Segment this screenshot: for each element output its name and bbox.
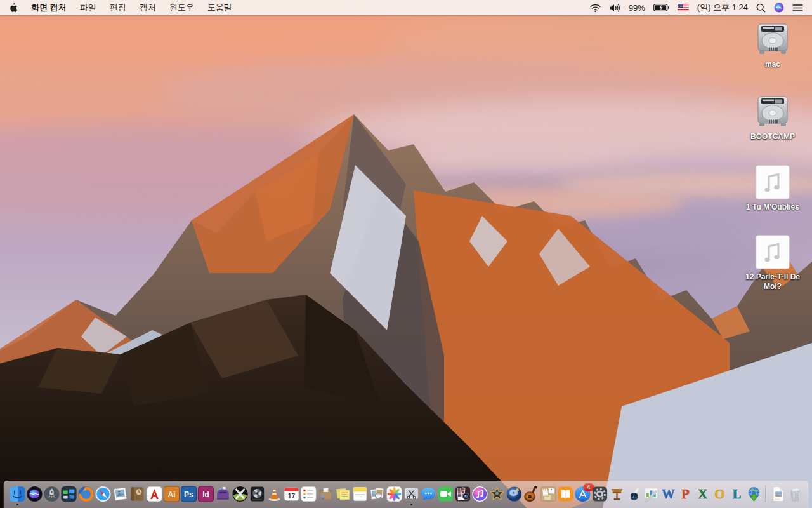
dock-outlook[interactable]: O [711, 486, 728, 502]
dock-image-viewer[interactable] [112, 486, 128, 502]
desktop-icon-label: 1 Tu M'Oublies [746, 203, 799, 212]
menubar: 화면 캡처 파일 편집 캡처 윈도우 도움말 99% (일) 오후 1:24 [0, 0, 812, 15]
excel-logo-text: X [698, 487, 707, 501]
spotlight-icon[interactable] [756, 3, 766, 13]
dock-siri[interactable] [26, 486, 43, 502]
dock-facetime[interactable] [437, 486, 454, 502]
indesign-logo-text: Id [202, 490, 209, 499]
dock-photo-booth[interactable] [454, 486, 471, 502]
audio-file-icon [755, 234, 790, 271]
input-source-flag[interactable] [678, 4, 689, 11]
outlook-logo-text: O [714, 487, 724, 501]
battery-icon[interactable] [653, 4, 669, 11]
dock-firefox[interactable] [77, 486, 94, 502]
dock-numbers[interactable] [643, 486, 659, 502]
battery-percent: 99% [629, 3, 645, 13]
hard-drive-icon [755, 22, 790, 58]
lync-logo-text: L [732, 487, 741, 501]
desktop-icon-label: 12 Parle-T-Il De Moi? [740, 272, 806, 291]
powerpoint-logo-text: P [681, 487, 689, 501]
dock-trash[interactable] [787, 486, 803, 502]
dock-divider [766, 485, 766, 502]
dock: Ai Ps Id 17 [4, 481, 809, 508]
dock-calendar[interactable]: 17 [283, 486, 299, 502]
dock-finder[interactable] [9, 486, 25, 502]
dock-file-image-document[interactable] [769, 486, 786, 502]
menubar-menus: 화면 캡처 파일 편집 캡처 윈도우 도움말 [9, 2, 232, 13]
apple-icon [9, 3, 18, 13]
dock-xee[interactable] [232, 486, 248, 502]
notification-center-icon[interactable] [792, 4, 803, 12]
dock-safari[interactable] [95, 486, 111, 502]
dock-word[interactable]: W [660, 486, 676, 502]
dock-vlc[interactable] [266, 486, 282, 502]
dock-indesign[interactable]: Id [197, 486, 214, 502]
desktop-icon-label: BOOTCAMP [750, 132, 795, 142]
dock-mission-control[interactable] [60, 486, 77, 502]
dock-stuffit-expander[interactable] [317, 486, 334, 502]
dock-photoshop[interactable]: Ps [180, 486, 197, 502]
dock-imovie[interactable] [488, 486, 505, 502]
dock-reminders[interactable] [300, 486, 317, 502]
dock-illustrator[interactable]: Ai [163, 486, 180, 502]
desktop-icon-audio-1[interactable]: 1 Tu M'Oublies [737, 164, 808, 212]
dock-system-preferences[interactable] [591, 486, 608, 502]
siri-icon[interactable] [774, 3, 784, 13]
photoshop-logo-text: Ps [184, 490, 193, 499]
apple-menu[interactable] [9, 3, 18, 13]
dock-disk-tool[interactable] [249, 486, 265, 502]
dock-powerpoint[interactable]: P [677, 486, 693, 502]
hard-drive-icon [755, 94, 790, 131]
dock-launchpad[interactable] [43, 486, 60, 502]
menu-help[interactable]: 도움말 [207, 2, 232, 13]
dock-notes[interactable] [351, 486, 368, 502]
dock-acrobat-reader[interactable] [146, 486, 162, 502]
wallpaper-sierra-mountain [0, 0, 812, 508]
wifi-icon[interactable] [590, 4, 601, 12]
dock-journal[interactable] [129, 486, 145, 502]
menu-capture[interactable]: 캡처 [140, 2, 156, 13]
menu-edit[interactable]: 편집 [110, 2, 126, 13]
dock-app-store[interactable]: 4 [574, 486, 591, 502]
desktop-icon-label: mac [765, 60, 780, 69]
dock-garageband[interactable] [523, 486, 539, 502]
desktop-icon-audio-2[interactable]: 12 Parle-T-Il De Moi? [737, 234, 808, 291]
menu-app-name[interactable]: 화면 캡처 [31, 2, 67, 13]
dock-pages[interactable] [625, 486, 642, 502]
dock-pinboard[interactable] [540, 486, 556, 502]
dock-itunes[interactable] [471, 486, 488, 502]
word-logo-text: W [662, 487, 675, 501]
dock-lync[interactable]: L [728, 486, 745, 502]
dock-downloader[interactable] [745, 486, 762, 502]
volume-icon[interactable] [609, 4, 620, 12]
dock-stickies[interactable] [334, 486, 351, 502]
running-indicator [16, 504, 18, 505]
menubar-status: 99% (일) 오후 1:24 [590, 2, 803, 13]
dock-photos[interactable] [386, 486, 402, 502]
dock-grab[interactable] [403, 486, 419, 502]
desktop-icon-mac[interactable]: mac [737, 22, 808, 69]
desktop-screen: 화면 캡처 파일 편집 캡처 윈도우 도움말 99% (일) 오후 1:24 [0, 0, 812, 508]
menu-file[interactable]: 파일 [80, 2, 96, 13]
menu-window[interactable]: 윈도우 [169, 2, 194, 13]
dock-toast[interactable] [214, 486, 231, 502]
dock-messages[interactable] [420, 486, 436, 502]
menubar-clock[interactable]: (일) 오후 1:24 [697, 2, 748, 13]
dock-preview[interactable] [369, 486, 385, 502]
dock-excel[interactable]: X [694, 486, 710, 502]
illustrator-logo-text: Ai [167, 490, 175, 499]
dock-idvd[interactable] [506, 486, 522, 502]
desktop-icon-bootcamp[interactable]: BOOTCAMP [737, 94, 808, 142]
calendar-day-text: 17 [287, 492, 295, 499]
running-indicator [410, 504, 412, 505]
dock-keynote[interactable] [608, 486, 625, 502]
audio-file-icon [755, 164, 790, 201]
dock-ibooks[interactable] [557, 486, 573, 502]
